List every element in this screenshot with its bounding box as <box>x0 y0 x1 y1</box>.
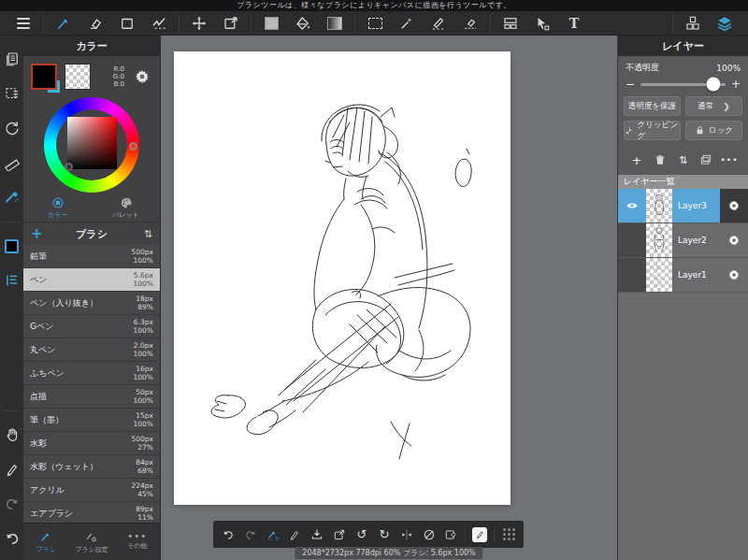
brush-row[interactable]: 点描50px100% <box>23 385 160 409</box>
brush-row[interactable]: 丸ペン2.0px100% <box>23 338 160 362</box>
add-brush-button[interactable]: + <box>31 225 46 242</box>
brush-row[interactable]: Gペン6.3px100% <box>23 315 160 338</box>
eraser-tool-button[interactable] <box>79 12 111 35</box>
toolbar-drag-handle[interactable] <box>497 523 520 546</box>
material-pen-button[interactable] <box>468 523 491 546</box>
text-tool-button[interactable]: T <box>558 12 590 35</box>
menu-button[interactable] <box>7 12 39 35</box>
color-wheel[interactable] <box>44 97 139 193</box>
ruler-button[interactable] <box>0 151 23 175</box>
marquee-select-button[interactable] <box>359 12 391 35</box>
select-eraser-button[interactable] <box>454 12 486 35</box>
brush-row[interactable]: ペン（入り抜き）18px89% <box>23 292 160 315</box>
pen-tool-button[interactable] <box>284 523 307 546</box>
select-panel-button[interactable] <box>0 81 23 106</box>
layer-list-button[interactable] <box>0 268 23 293</box>
layer-settings-button[interactable] <box>720 258 748 292</box>
hand-tool-button[interactable] <box>0 423 23 447</box>
dot-tool-button[interactable] <box>143 12 175 35</box>
protect-alpha-button[interactable]: 透明度を保護 <box>624 96 681 116</box>
layer-visibility-toggle[interactable] <box>618 223 646 257</box>
redo-button[interactable] <box>239 523 262 546</box>
lock-label: ロック <box>709 125 733 136</box>
layer-row[interactable]: Layer2 <box>618 223 748 258</box>
saturation-value-square[interactable] <box>67 117 117 169</box>
tab-other[interactable]: ••• その他 <box>114 524 160 560</box>
fill-swatch-button[interactable] <box>255 12 287 35</box>
tab-color[interactable]: カラー <box>23 194 92 222</box>
layer-settings-button[interactable] <box>720 223 748 257</box>
operation-tool-button[interactable] <box>526 12 558 35</box>
redo-button[interactable] <box>0 492 23 516</box>
tab-palette[interactable]: パレット <box>92 194 160 222</box>
lock-button[interactable]: ロック <box>685 121 742 140</box>
brush-row[interactable]: エアブラシ89px11% <box>23 502 160 523</box>
undo-button[interactable] <box>217 523 239 546</box>
reorder-layer-button[interactable]: ⇅ <box>674 151 693 169</box>
brush-row[interactable]: アクリル224px45% <box>23 479 160 502</box>
divide-tool-button[interactable] <box>495 12 526 35</box>
gear-icon <box>727 234 741 247</box>
blend-mode-button[interactable]: 通常 ❯ <box>685 96 742 116</box>
color-settings-button[interactable] <box>132 66 152 87</box>
sv-handle[interactable] <box>65 163 73 171</box>
select-eraser-icon <box>462 15 479 32</box>
clear-button[interactable] <box>439 523 462 546</box>
foreground-color-swatch[interactable] <box>31 64 57 90</box>
gradient-tool-button[interactable] <box>319 12 351 35</box>
canvas-page[interactable] <box>174 51 511 505</box>
brush-select-button[interactable] <box>262 523 284 546</box>
material-pen-icon <box>472 527 487 542</box>
layers-panel-button[interactable] <box>709 12 741 35</box>
pages-button[interactable] <box>0 47 23 71</box>
brush-name: アクリル <box>30 484 131 496</box>
brush-row[interactable]: 水彩（ウェット）84px68% <box>23 455 160 479</box>
hue-handle[interactable] <box>129 142 137 151</box>
layer-row-selected[interactable]: Layer3 <box>618 189 748 223</box>
flip-horizontal-button[interactable] <box>396 523 418 546</box>
layer-visibility-toggle[interactable] <box>618 189 646 223</box>
add-layer-button[interactable]: + <box>627 151 646 169</box>
brush-row-selected[interactable]: ペン5.6px100% <box>23 268 160 292</box>
save-button[interactable] <box>306 523 328 546</box>
rotate-ccw-button[interactable]: ↺ <box>351 523 373 546</box>
opacity-minus-button[interactable]: − <box>626 79 635 89</box>
opacity-plus-button[interactable]: + <box>731 79 741 89</box>
material-brush-button[interactable] <box>0 185 23 209</box>
layer-panel-header: レイヤー <box>618 36 748 56</box>
opacity-slider[interactable] <box>640 83 726 86</box>
delete-layer-button[interactable] <box>651 151 669 169</box>
layer-settings-button[interactable] <box>720 189 748 223</box>
transparent-color-swatch[interactable] <box>65 64 91 90</box>
materials-panel-button[interactable] <box>677 12 709 35</box>
clipping-button[interactable]: クリッピング <box>624 121 681 140</box>
brush-row[interactable]: 筆（墨）15px100% <box>23 409 160 432</box>
reset-rotation-button[interactable] <box>418 523 440 546</box>
brush-row[interactable]: ふちペン16px100% <box>23 362 160 385</box>
brush-name: 丸ペン <box>30 344 134 356</box>
transform-tool-button[interactable] <box>215 12 247 35</box>
layer-option-buttons: 透明度を保護 通常 ❯ クリッピング ロック <box>618 96 748 146</box>
select-pen-button[interactable] <box>423 12 454 35</box>
brush-row[interactable]: 水彩500px27% <box>23 432 160 455</box>
sort-brushes-button[interactable]: ⇅ <box>137 228 152 240</box>
move-tool-button[interactable] <box>183 12 215 35</box>
undo-button[interactable] <box>0 526 23 551</box>
brush-row[interactable]: 鉛筆500px100% <box>23 245 160 268</box>
layer-more-button[interactable]: ••• <box>720 151 739 169</box>
tab-brush-settings[interactable]: ブラシ設定 <box>69 524 115 560</box>
reset-view-button[interactable] <box>0 116 23 140</box>
tab-brush[interactable]: ブラシ <box>23 524 69 560</box>
magic-wand-button[interactable] <box>391 12 423 35</box>
shape-tool-button[interactable] <box>111 12 143 35</box>
rotate-cw-button[interactable]: ↻ <box>373 523 396 546</box>
export-button[interactable] <box>328 523 351 546</box>
layer-row[interactable]: Layer1 <box>618 258 748 293</box>
pen-mode-button[interactable] <box>0 457 23 481</box>
brush-tool-button[interactable] <box>48 12 79 35</box>
bucket-tool-button[interactable] <box>287 12 319 35</box>
layer-visibility-toggle[interactable] <box>618 258 646 292</box>
current-color-button[interactable] <box>0 234 23 258</box>
duplicate-layer-button[interactable] <box>697 151 715 169</box>
opacity-slider-knob[interactable] <box>707 78 721 92</box>
